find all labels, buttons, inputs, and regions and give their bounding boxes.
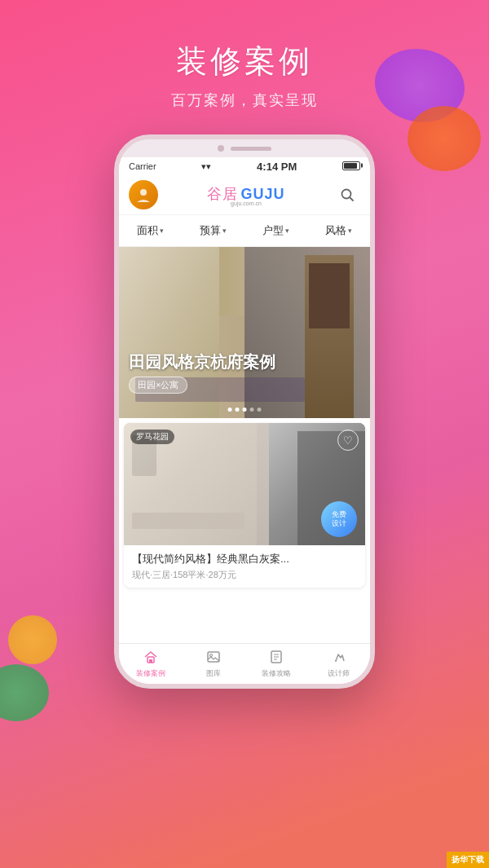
- card-info: 【现代简约风格】经典黑白灰案... 现代·三居·158平米·28万元: [124, 545, 365, 588]
- svg-point-11: [335, 660, 337, 662]
- screen: Carrier ▾▾ 4:14 PM: [119, 157, 370, 684]
- watermark: 扬华下载: [447, 852, 489, 868]
- status-bar: Carrier ▾▾ 4:14 PM: [119, 157, 370, 175]
- phone-speaker-bar: [231, 147, 271, 151]
- dot-5: [258, 408, 262, 412]
- nav-item-gallery[interactable]: 图库: [182, 644, 244, 684]
- filter-budget-label: 预算: [200, 223, 221, 238]
- app-header: 谷居 GUJU guju.com.cn: [119, 175, 370, 215]
- filter-budget-arrow: ▾: [222, 227, 227, 235]
- filter-type[interactable]: 户型 ▾: [244, 220, 307, 241]
- filter-budget[interactable]: 预算 ▾: [182, 220, 244, 241]
- filter-style-arrow: ▾: [348, 227, 352, 235]
- filter-area[interactable]: 面积 ▾: [119, 220, 182, 241]
- user-avatar[interactable]: [129, 180, 158, 209]
- banner-tag: 田园×公寓: [129, 377, 187, 394]
- phone-body: Carrier ▾▾ 4:14 PM: [114, 134, 375, 689]
- card-meta: 现代·三居·158平米·28万元: [132, 569, 357, 581]
- svg-point-0: [140, 189, 147, 196]
- case-card[interactable]: 罗马花园 ♡ 免费 设计 【现代简约风格】经典黑白灰案... 现代·三居·158…: [124, 423, 365, 588]
- heart-icon: ♡: [343, 434, 353, 447]
- nav-icon-gallery: [206, 650, 221, 667]
- nav-icon-designer: [332, 650, 346, 667]
- filter-type-label: 户型: [262, 223, 284, 238]
- hero-subtitle: 百万案例，真实呈现: [0, 90, 489, 110]
- battery-icon: [342, 161, 360, 172]
- favorite-button[interactable]: ♡: [337, 430, 359, 451]
- app-logo: 谷居 GUJU guju.com.cn: [207, 184, 284, 206]
- card-image: 罗马花园 ♡ 免费 设计: [124, 423, 365, 545]
- svg-point-6: [209, 654, 212, 656]
- banner-text-area: 田园风格京杭府案例 田园×公寓: [129, 351, 275, 394]
- banner-title: 田园风格京杭府案例: [129, 351, 275, 373]
- wifi-icon: ▾▾: [201, 161, 211, 172]
- banner-pagination: [228, 408, 262, 412]
- nav-icon-home: [143, 650, 158, 667]
- phone-camera-dot: [218, 145, 224, 152]
- nav-item-cases[interactable]: 装修案例: [119, 644, 182, 684]
- time-display: 4:14 PM: [257, 161, 297, 173]
- dot-2: [236, 408, 240, 412]
- nav-label-guide: 装修攻略: [262, 668, 291, 679]
- nav-item-designer[interactable]: 设计师: [307, 644, 370, 684]
- svg-rect-5: [208, 652, 219, 662]
- filter-type-arrow: ▾: [285, 227, 289, 235]
- dot-4: [250, 408, 254, 412]
- nav-label-gallery: 图库: [206, 668, 221, 679]
- design-btn-line2: 设计: [332, 519, 346, 528]
- filter-style[interactable]: 风格 ▾: [307, 220, 370, 241]
- svg-line-2: [350, 197, 353, 200]
- nav-label-cases: 装修案例: [136, 668, 165, 679]
- free-design-button[interactable]: 免费 设计: [321, 501, 357, 537]
- battery-area: [342, 161, 360, 172]
- card-title: 【现代简约风格】经典黑白灰案...: [132, 552, 357, 566]
- phone-notch: [119, 139, 370, 157]
- filter-area-arrow: ▾: [160, 227, 164, 235]
- hero-header: 装修案例 百万案例，真实呈现: [0, 0, 489, 126]
- nav-item-guide[interactable]: 装修攻略: [244, 644, 307, 684]
- design-btn-line1: 免费: [332, 510, 346, 519]
- dot-1: [228, 408, 232, 412]
- bottom-navigation: 装修案例 图库: [119, 643, 370, 684]
- search-button[interactable]: [334, 182, 360, 208]
- hero-title: 装修案例: [0, 41, 489, 82]
- carrier-label: Carrier: [129, 161, 156, 171]
- phone-mockup: Carrier ▾▾ 4:14 PM: [0, 134, 489, 689]
- filter-bar: 面积 ▾ 预算 ▾ 户型 ▾ 风格 ▾: [119, 215, 370, 247]
- main-banner[interactable]: 田园风格京杭府案例 田园×公寓: [119, 247, 370, 418]
- filter-area-label: 面积: [137, 223, 158, 238]
- watermark-label: 扬华下载: [452, 855, 484, 864]
- dot-3: [243, 408, 247, 412]
- svg-rect-4: [149, 659, 152, 663]
- card-location-tag: 罗马花园: [130, 430, 174, 444]
- filter-style-label: 风格: [325, 223, 346, 238]
- nav-icon-guide: [269, 650, 284, 667]
- nav-label-designer: 设计师: [328, 668, 350, 679]
